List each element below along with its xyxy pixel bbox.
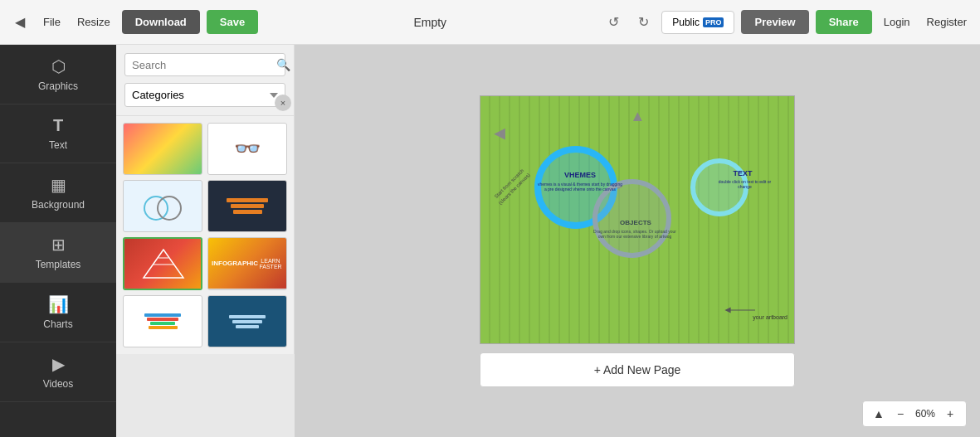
- resize-menu[interactable]: Resize: [72, 12, 115, 32]
- add-page-bar: + Add New Page: [480, 352, 795, 387]
- search-row[interactable]: 🔍: [124, 53, 285, 76]
- up-arrow-icon: ▶: [630, 111, 643, 120]
- sidebar-label-background: Background: [32, 199, 85, 211]
- objects-label: OBJECTS: [598, 219, 673, 226]
- template-thumb-2: 👓: [208, 124, 286, 174]
- zoom-value: 60%: [913, 408, 938, 420]
- circles-diagram: [138, 190, 188, 223]
- back-icon: ◀: [15, 14, 25, 30]
- template-item-6[interactable]: INFOGRAPHIC LEARN FASTER: [207, 237, 287, 290]
- svg-point-1: [158, 197, 181, 220]
- pro-badge: PRO: [703, 17, 724, 27]
- vhemes-sublabel: vhemes is a visual & themes start by dra…: [537, 182, 623, 192]
- public-button[interactable]: Public PRO: [661, 11, 734, 34]
- sidebar-item-charts[interactable]: 📊 Charts: [0, 283, 116, 342]
- sidebar-item-videos[interactable]: ▶ Videos: [0, 342, 116, 402]
- zoom-up-button[interactable]: ▲: [870, 405, 888, 423]
- zoom-in-button[interactable]: +: [941, 405, 959, 423]
- preview-button[interactable]: Preview: [741, 10, 808, 34]
- template-thumb-3: [124, 181, 202, 231]
- templates-grid: 👓: [116, 116, 294, 354]
- redo-button[interactable]: ↻: [631, 11, 655, 34]
- left-arrow-icon: ▶: [494, 126, 505, 144]
- sidebar-label-graphics: Graphics: [38, 80, 78, 92]
- sidebar-label-videos: Videos: [43, 378, 73, 390]
- template-item-3[interactable]: [123, 180, 202, 232]
- text-sublabel: double click on text to edit or change: [714, 179, 776, 190]
- register-link[interactable]: Register: [922, 12, 972, 32]
- left-sidebar: ⬡ Graphics T Text ▦ Background ⊞ Templat…: [0, 45, 116, 437]
- share-button[interactable]: Share: [816, 10, 872, 34]
- sidebar-label-templates: Templates: [36, 259, 81, 270]
- svg-marker-2: [144, 250, 183, 278]
- back-button[interactable]: ◀: [8, 11, 32, 34]
- zoom-bar: ▲ − 60% +: [862, 401, 967, 427]
- templates-icon: ⊞: [51, 235, 66, 255]
- artboard-arrow: [724, 302, 757, 318]
- categories-select[interactable]: Categories: [124, 83, 285, 107]
- canvas-board[interactable]: ▶ ▶ ▶ Start from scratch (clears the can…: [480, 95, 795, 344]
- vhemes-label: VHEMES: [547, 171, 613, 179]
- template-item-7[interactable]: [123, 295, 202, 347]
- template-thumb-8: [208, 296, 286, 347]
- template-item-8[interactable]: [207, 295, 287, 347]
- graphics-icon: ⬡: [51, 56, 66, 76]
- search-input[interactable]: [132, 59, 271, 71]
- glasses-icon: 👓: [234, 136, 261, 162]
- text-icon: T: [53, 116, 63, 135]
- file-menu[interactable]: File: [38, 12, 66, 32]
- template-thumb-6: INFOGRAPHIC LEARN FASTER: [208, 238, 286, 289]
- zoom-out-button[interactable]: −: [891, 405, 909, 423]
- canvas-wrapper: ▶ ▶ ▶ Start from scratch (clears the can…: [311, 61, 963, 420]
- background-icon: ▦: [51, 175, 66, 195]
- charts-icon: 📊: [48, 294, 69, 314]
- templates-panel: 🔍 Categories 👓: [116, 45, 295, 354]
- sidebar-label-charts: Charts: [43, 318, 72, 330]
- save-button[interactable]: Save: [207, 10, 258, 34]
- scratch-label[interactable]: Start from scratch (clears the canvas): [489, 163, 534, 209]
- svg-point-0: [144, 197, 168, 220]
- artboard-label: your artboard: [753, 314, 787, 320]
- panel-header: 🔍 Categories: [116, 45, 294, 116]
- canvas-area: ▶ ▶ ▶ Start from scratch (clears the can…: [295, 45, 980, 437]
- sidebar-item-text[interactable]: T Text: [0, 104, 116, 163]
- template-item-1[interactable]: [123, 123, 202, 175]
- template-item-4[interactable]: [207, 180, 287, 232]
- template-thumb-1: [124, 124, 202, 174]
- template-item-5[interactable]: [123, 237, 202, 290]
- template-item-2[interactable]: 👓: [207, 123, 287, 175]
- objects-sublabel: Drag and drop icons, shapes. Or upload y…: [592, 229, 677, 240]
- search-icon[interactable]: 🔍: [276, 58, 290, 71]
- public-label: Public: [672, 17, 700, 28]
- videos-icon: ▶: [52, 354, 65, 374]
- text-label: TEXT: [718, 169, 768, 177]
- template-thumb-7: [124, 296, 202, 347]
- template-thumb-4: [208, 181, 286, 231]
- sidebar-item-templates[interactable]: ⊞ Templates: [0, 223, 116, 283]
- template-thumb-5: [124, 239, 201, 289]
- undo-button[interactable]: ↺: [602, 11, 625, 34]
- login-link[interactable]: Login: [879, 12, 915, 32]
- download-button[interactable]: Download: [122, 10, 200, 34]
- document-title: Empty: [265, 16, 595, 29]
- sidebar-label-text: Text: [49, 139, 67, 151]
- pyramid-diagram: [140, 246, 186, 281]
- sidebar-item-background[interactable]: ▦ Background: [0, 163, 116, 223]
- panel-close-button[interactable]: ×: [275, 95, 291, 111]
- add-page-button[interactable]: + Add New Page: [480, 352, 795, 387]
- sidebar-item-graphics[interactable]: ⬡ Graphics: [0, 45, 116, 104]
